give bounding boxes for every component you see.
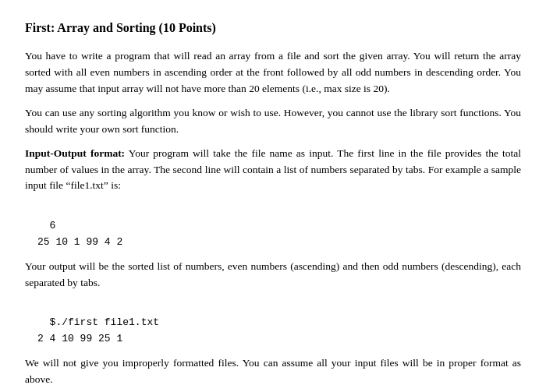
- sample-input-block: 6 25 10 1 99 4 2: [37, 202, 521, 250]
- intro-paragraph: You have to write a program that will re…: [25, 48, 521, 97]
- sample-input-line2: 25 10 1 99 4 2: [37, 236, 122, 248]
- sorting-paragraph: You can use any sorting algorithm you kn…: [25, 105, 521, 138]
- sample-output-block: $./first file1.txt 2 4 10 99 25 1: [37, 299, 521, 348]
- io-paragraph: Input-Output format: Your program will t…: [25, 146, 521, 195]
- output-desc-paragraph: Your output will be the sorted list of n…: [25, 259, 521, 291]
- page-title: First: Array and Sorting (10 Points): [25, 19, 521, 37]
- io-label: Input-Output format:: [25, 147, 125, 159]
- closing-paragraph: We will not give you improperly formatte…: [25, 355, 521, 388]
- sample-output-line2: 2 4 10 99 25 1: [37, 333, 122, 344]
- sample-output-line1: $./first file1.txt: [50, 316, 159, 328]
- sample-input-line1: 6: [50, 220, 56, 231]
